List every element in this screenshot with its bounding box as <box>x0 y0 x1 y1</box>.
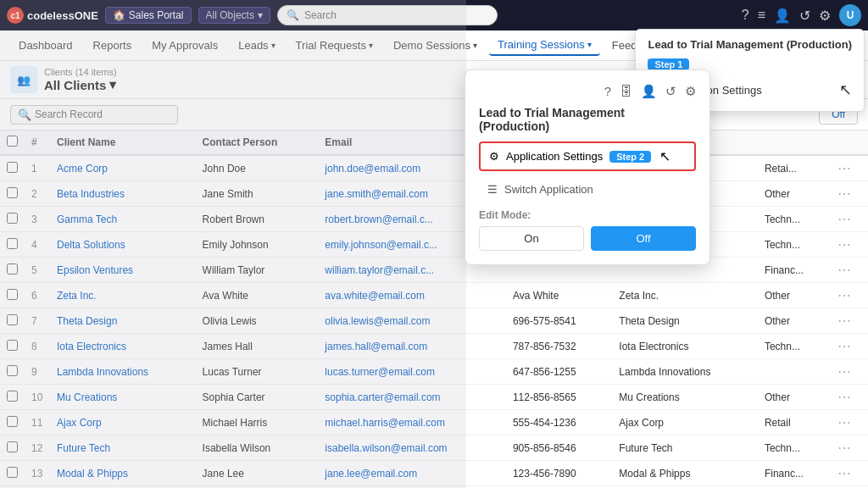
client-name-link[interactable]: Future Tech <box>57 442 110 454</box>
email-link[interactable]: robert.brown@email.c... <box>325 214 433 225</box>
nav-dashboard[interactable]: Dashboard <box>10 36 81 55</box>
client-name-link[interactable]: Beta Industries <box>57 188 125 200</box>
nav-cli[interactable]: Cli... <box>684 36 723 55</box>
col-email: Email <box>318 130 506 155</box>
nav-reports[interactable]: Reports <box>85 36 141 55</box>
email-link[interactable]: john.doe@email.com <box>325 163 420 175</box>
table-row: 9 Lambda Innovations Lucas Turner lucas.… <box>0 359 868 385</box>
search-field[interactable]: 🔍 <box>10 105 178 125</box>
row-checkbox[interactable] <box>7 238 18 249</box>
row-checkbox[interactable] <box>7 289 18 300</box>
more-button[interactable]: ⋯ <box>837 390 851 404</box>
nav-approvals[interactable]: My Approvals <box>143 36 226 55</box>
client-name-link[interactable]: Epsilon Ventures <box>57 264 133 276</box>
user-add-icon[interactable]: 👤 <box>774 8 791 24</box>
clients-title: All Clients ▾ <box>44 77 117 92</box>
more-button[interactable]: ⋯ <box>837 212 851 226</box>
row-checkbox[interactable] <box>7 391 18 402</box>
row-checkbox[interactable] <box>7 213 18 224</box>
row-checkbox[interactable] <box>7 263 18 274</box>
client-name-link[interactable]: Ajax Corp <box>57 417 102 429</box>
object-selector[interactable]: All Objects ▾ <box>198 7 270 24</box>
client-name-link[interactable]: Delta Solutions <box>57 239 125 251</box>
email-link[interactable]: ava.white@email.com <box>325 290 425 302</box>
email-link[interactable]: jane.lee@email.com <box>325 468 417 480</box>
row-phone <box>506 258 612 283</box>
row-client-name: Lambda Innovations <box>50 359 196 385</box>
row-checkbox[interactable] <box>7 441 18 452</box>
menu-icon[interactable]: ≡ <box>758 8 765 23</box>
leads-label: Leads <box>238 39 268 52</box>
row-num: 4 <box>25 232 50 258</box>
email-link[interactable]: james.hall@email.com <box>325 341 427 352</box>
clients-caret[interactable]: ▾ <box>109 77 116 92</box>
search-record-input[interactable] <box>35 108 170 120</box>
off-view-button[interactable]: Off <box>819 104 858 125</box>
more-button[interactable]: ⋯ <box>837 288 851 302</box>
row-checkbox[interactable] <box>7 365 18 376</box>
client-name-link[interactable]: Modal & Phipps <box>57 468 128 480</box>
row-checkbox[interactable] <box>7 187 18 198</box>
row-more: ⋯ <box>831 283 868 308</box>
client-name-link[interactable]: Gamma Tech <box>57 214 117 225</box>
email-link[interactable]: michael.harris@email.com <box>325 417 445 429</box>
nav-leads[interactable]: Leads▾ <box>230 36 283 55</box>
row-phone <box>506 232 612 258</box>
more-button[interactable]: ⋯ <box>837 161 851 175</box>
row-checkbox[interactable] <box>7 416 18 427</box>
email-link[interactable]: sophia.carter@email.com <box>325 391 440 403</box>
table-row: 2 Beta Industries Jane Smith jane.smith@… <box>0 181 868 207</box>
nav-demo-sessions[interactable]: Demo Sessions▾ <box>385 36 486 55</box>
more-button[interactable]: ⋯ <box>837 364 851 379</box>
select-all-checkbox[interactable] <box>7 136 18 147</box>
col-phone <box>506 130 612 155</box>
row-contact: Robert Brown <box>196 207 319 232</box>
row-checkbox-cell <box>0 232 25 258</box>
row-checkbox[interactable] <box>7 314 18 325</box>
email-link[interactable]: jane.smith@email.com <box>325 188 428 200</box>
more-button[interactable]: ⋯ <box>837 441 851 455</box>
history-icon[interactable]: ↺ <box>799 8 810 24</box>
email-link[interactable]: isabella.wilson@email.com <box>325 442 447 454</box>
more-button[interactable]: ⋯ <box>837 466 851 480</box>
row-checkbox[interactable] <box>7 467 18 478</box>
table-row: 11 Ajax Corp Michael Harris michael.harr… <box>0 410 868 435</box>
email-link[interactable]: olivia.lewis@email.com <box>325 315 430 327</box>
email-link[interactable]: emily.johnson@email.c... <box>325 239 437 251</box>
nav-training-sessions[interactable]: Training Sessions▾ <box>489 35 600 56</box>
table-row: 6 Zeta Inc. Ava White ava.white@email.co… <box>0 283 868 308</box>
client-name-link[interactable]: Theta Design <box>57 315 117 327</box>
more-button[interactable]: ⋯ <box>837 237 851 252</box>
row-email: emily.johnson@email.c... <box>318 232 506 258</box>
nav-trial-requests[interactable]: Trial Requests▾ <box>287 36 381 55</box>
dashboard-label: Dashboard <box>19 39 73 52</box>
client-name-link[interactable]: Iota Electronics <box>57 341 126 352</box>
portal-badge[interactable]: 🏠 Sales Portal <box>105 7 192 24</box>
table-row: 10 Mu Creations Sophia Carter sophia.car… <box>0 385 868 410</box>
row-phone: 647-856-1255 <box>506 359 612 385</box>
more-button[interactable]: ⋯ <box>837 339 851 353</box>
help-icon[interactable]: ? <box>742 8 749 23</box>
email-link[interactable]: william.taylor@email.c... <box>325 264 434 276</box>
client-name-link[interactable]: Lambda Innovations <box>57 366 148 378</box>
global-search-input[interactable] <box>304 9 488 21</box>
row-checkbox[interactable] <box>7 162 18 173</box>
row-phone: 905-856-8546 <box>506 435 612 461</box>
client-name-link[interactable]: Mu Creations <box>57 391 117 403</box>
client-name-link[interactable]: Zeta Inc. <box>57 290 97 302</box>
clients-table: # Client Name Contact Person Email 1 Acm… <box>0 130 868 488</box>
more-button[interactable]: ⋯ <box>837 313 851 328</box>
row-more: ⋯ <box>831 461 868 486</box>
export-button[interactable]: report <box>810 69 858 90</box>
email-link[interactable]: lucas.turner@email.com <box>325 366 435 378</box>
client-name-link[interactable]: Acme Corp <box>57 163 108 175</box>
global-search-bar[interactable]: 🔍 <box>277 5 498 25</box>
avatar[interactable]: U <box>839 4 861 26</box>
row-checkbox[interactable] <box>7 340 18 351</box>
settings-icon[interactable]: ⚙ <box>819 8 831 24</box>
nav-feedbacks[interactable]: Feedbacks▾ <box>604 36 682 55</box>
nav-icons-group: ? ≡ 👤 ↺ ⚙ U <box>742 4 861 26</box>
more-button[interactable]: ⋯ <box>837 263 851 277</box>
more-button[interactable]: ⋯ <box>837 415 851 430</box>
more-button[interactable]: ⋯ <box>837 186 851 201</box>
